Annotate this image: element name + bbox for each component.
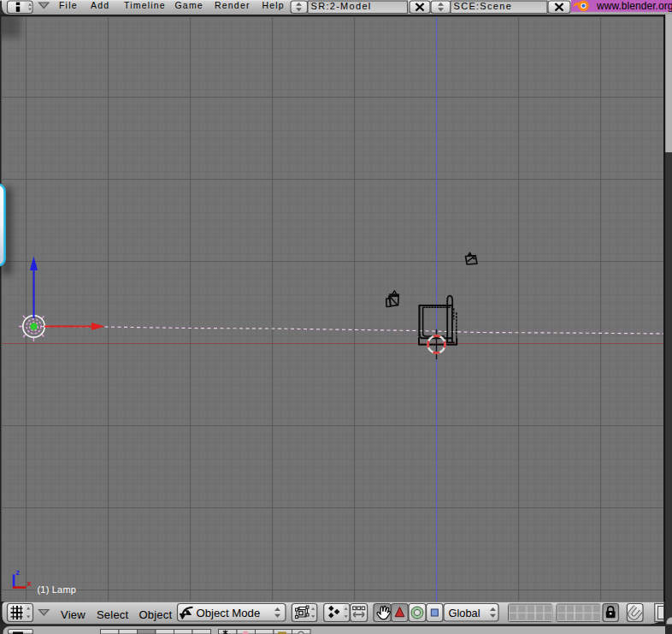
svg-text:www.blender.org: www.blender.org [596, 0, 672, 12]
svg-text:Add: Add [91, 0, 109, 10]
svg-text:SCE:Scene: SCE:Scene [454, 1, 513, 11]
svg-text:Select: Select [97, 608, 129, 621]
svg-text:Timeline: Timeline [124, 0, 166, 10]
svg-text:Global: Global [449, 607, 480, 619]
svg-text:(1) Lamp: (1) Lamp [38, 584, 77, 595]
svg-text:Game: Game [175, 0, 203, 10]
svg-text:Help: Help [262, 0, 285, 10]
svg-text:Object Mode: Object Mode [197, 607, 261, 619]
svg-text:View: View [61, 608, 85, 621]
svg-text:File: File [59, 0, 78, 10]
svg-text:SR:2-Model: SR:2-Model [311, 1, 372, 11]
svg-text:Object: Object [139, 608, 173, 621]
svg-text:Render: Render [215, 0, 251, 10]
svg-text:z: z [16, 568, 21, 577]
svg-text:x: x [27, 579, 32, 588]
